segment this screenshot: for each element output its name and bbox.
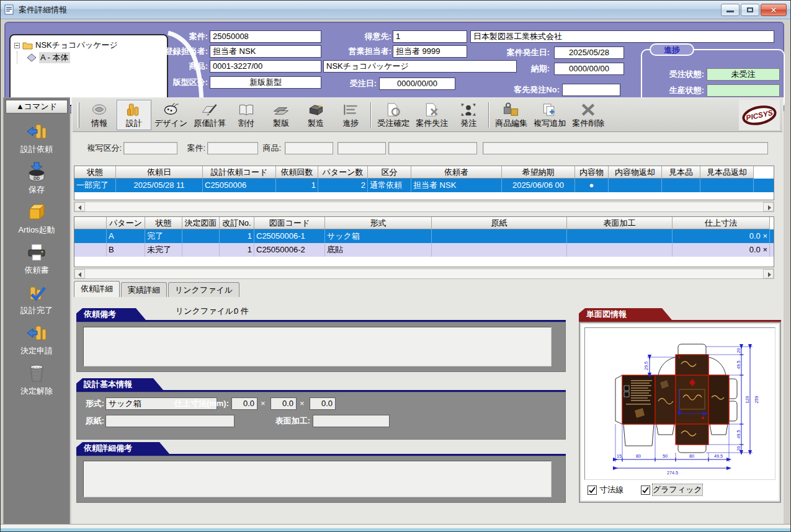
command-toggle-button[interactable]: ▲コマンド — [6, 100, 68, 113]
col-header[interactable]: 依頼者 — [411, 166, 502, 179]
sales-rep-field[interactable]: 担当者 9999 — [393, 45, 467, 58]
col-header[interactable]: 状態 — [145, 217, 182, 229]
sidebar-button-design-request[interactable]: 設計依頼 — [4, 117, 69, 157]
form-type-label: 形式: — [79, 397, 104, 410]
sidebar-button-request-form[interactable]: 依頼書 — [4, 238, 69, 278]
toolbar-button-order-place[interactable]: 発注 — [451, 100, 486, 130]
finish-size-h[interactable]: 0.0 — [310, 397, 336, 410]
dimension-lines-checkbox[interactable] — [588, 485, 597, 495]
col-header[interactable]: 改訂No. — [220, 217, 254, 229]
product-code-field[interactable]: 0001-3227/00 — [210, 60, 321, 73]
cell: A — [107, 229, 145, 243]
design-icon — [125, 102, 143, 118]
folder-icon — [22, 41, 33, 50]
toolbar-button-info[interactable]: 情報 — [82, 100, 117, 130]
tree-collapse-icon[interactable] — [14, 43, 20, 48]
scroll-right-button[interactable] — [763, 202, 774, 211]
col-header[interactable]: パターン — [107, 217, 145, 229]
sidebar-button-decision-apply[interactable]: 決定申請 — [4, 319, 69, 359]
tree-connector — [17, 51, 25, 64]
toolbar-button-case-delete[interactable]: 案件削除 — [569, 100, 607, 130]
customer-name-field[interactable]: 日本製図器工業株式会社 — [470, 30, 774, 43]
col-header[interactable]: 見本品返却 — [700, 166, 754, 179]
customer-code-field[interactable]: 1 — [393, 30, 467, 43]
col-header[interactable]: 依頼回数 — [276, 166, 318, 179]
request-note-textarea[interactable] — [83, 327, 552, 366]
scroll-right-button[interactable] — [763, 269, 774, 278]
order-status-field: 未受注 — [707, 68, 780, 81]
filter-case-field[interactable] — [207, 142, 258, 154]
sidebar-button-save[interactable]: DD 保存 — [4, 157, 69, 198]
toolbar-button-platemaking[interactable]: 製版 — [264, 100, 298, 130]
cell — [700, 179, 754, 192]
col-header[interactable]: 希望納期 — [502, 166, 575, 179]
col-header[interactable]: 状態 — [74, 166, 116, 179]
toolbar-button-imposition[interactable]: 割付 — [229, 100, 264, 130]
toolbar-button-case-lost[interactable]: 案件失注 — [413, 100, 451, 130]
col-header[interactable] — [74, 217, 107, 229]
toolbar-grip[interactable] — [78, 102, 79, 128]
request-table-row[interactable]: 一部完了 2025/05/28 11 C25050006 1 2 通常依頼 担当… — [74, 179, 774, 192]
col-header[interactable]: 内容物返却 — [609, 166, 662, 179]
close-button[interactable]: ✕ — [761, 4, 787, 16]
filter-product-field-1[interactable] — [285, 142, 333, 154]
surface-finish-field[interactable] — [313, 415, 390, 427]
toolbar-button-order-confirm[interactable]: 受注確定 — [374, 100, 413, 130]
balloon-icon — [162, 102, 181, 118]
save-icon: DD — [25, 161, 48, 182]
tab-request-detail[interactable]: 依頼詳細 — [74, 281, 120, 297]
graphic-checkbox[interactable] — [641, 485, 650, 495]
sidebar-button-design-complete[interactable]: 設計完了 — [4, 278, 69, 319]
restore-button[interactable] — [741, 4, 759, 16]
app-window: 案件詳細情報 ✕ NSKチョコパッケージ A - 本体 — [0, 0, 791, 532]
sidebar-button-decision-cancel[interactable]: 決定解除 — [4, 359, 69, 399]
filter-product-field-3[interactable] — [388, 142, 477, 154]
toolbar-button-product-edit[interactable]: 商品編集 — [492, 100, 530, 130]
col-header[interactable]: 見本品 — [662, 166, 700, 179]
svg-text:DD: DD — [34, 176, 40, 180]
request-detail-note-textarea[interactable] — [83, 461, 552, 497]
case-date-field[interactable]: 2025/05/28 — [554, 47, 624, 59]
col-header[interactable]: 設計依頼コード — [203, 166, 276, 179]
col-header[interactable]: 形式 — [325, 217, 432, 229]
finish-size-w[interactable]: 0.0 — [231, 397, 257, 410]
tab-result-detail[interactable]: 実績詳細 — [121, 282, 167, 297]
delivery-field[interactable]: 0000/00/00 — [554, 63, 624, 75]
col-header[interactable]: 区分 — [368, 166, 411, 179]
request-table-hscrollbar[interactable] — [74, 202, 774, 212]
col-header[interactable]: 原紙 — [432, 217, 567, 229]
filter-product-field-4[interactable] — [483, 142, 768, 154]
col-header[interactable]: 表面加工 — [567, 217, 673, 229]
drawing-canvas: 20 49.5 120 49.5 20 259 29.5 15 80 50 80… — [584, 327, 775, 480]
pattern-row-a[interactable]: A 完了 1 C25050006-1 サック箱 0.0 × — [74, 229, 774, 243]
customer-po-field[interactable] — [562, 84, 620, 96]
cell: 0.0 × — [673, 229, 770, 243]
linkfile-label: リンクファイル: — [176, 306, 236, 317]
toolbar-button-progress[interactable]: 進捗 — [333, 100, 368, 130]
dimension-lines-label: 寸法線 — [599, 484, 623, 495]
toolbar-button-cost-calc[interactable]: 原価計算 — [190, 100, 229, 130]
pattern-row-b[interactable]: B 未完了 1 C25050006-2 底貼 0.0 × — [74, 243, 774, 257]
tab-link-file[interactable]: リンクファイル — [168, 282, 239, 297]
col-header[interactable]: 決定図面 — [182, 217, 220, 229]
minimize-button[interactable] — [721, 4, 740, 16]
col-header[interactable]: パターン数 — [318, 166, 368, 179]
scroll-left-button[interactable] — [74, 269, 85, 278]
col-header[interactable]: 図面コード — [254, 217, 325, 229]
col-header[interactable]: 依頼日 — [116, 166, 203, 179]
toolbar-button-manufacturing[interactable]: 製造 — [298, 100, 333, 130]
scroll-left-button[interactable] — [74, 202, 85, 211]
order-date-field[interactable]: 0000/00/00 — [379, 78, 455, 90]
copy-class-field[interactable] — [123, 142, 177, 154]
pattern-table-hscrollbar[interactable] — [74, 268, 774, 279]
base-paper-field[interactable] — [105, 415, 235, 427]
col-header[interactable]: 仕上寸法 — [673, 217, 770, 229]
toolbar-button-graphic-design[interactable]: デザイン — [151, 100, 190, 130]
toolbar-button-copy-add[interactable]: 複写追加 — [530, 100, 569, 130]
finish-size-d[interactable]: 0.0 — [270, 397, 297, 410]
finish-size-label: 仕上寸法(mm): — [151, 397, 229, 410]
filter-product-field-2[interactable] — [337, 142, 386, 154]
col-header[interactable]: 内容物 — [575, 166, 609, 179]
sidebar-button-artios[interactable]: Artios起動 — [4, 198, 69, 238]
toolbar-button-design[interactable]: 設計 — [117, 100, 151, 130]
